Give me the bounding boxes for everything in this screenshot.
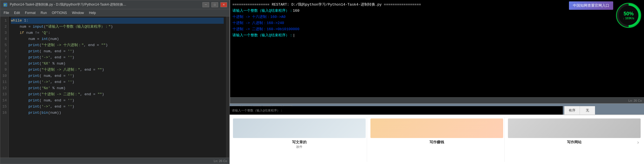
window-controls: ─ □ ✕ — [202, 2, 227, 7]
code-line-2: num = input("请输入一个整数（输入Q结束程序）：") — [11, 24, 224, 30]
editor-window: P Python14-Task4-进制转换.py - D:/我的python学习… — [0, 0, 230, 164]
ad-card-2[interactable]: 写作赚钱 — [369, 117, 505, 162]
ad-card-3-image — [508, 118, 641, 138]
menu-edit[interactable]: Edit — [12, 10, 22, 15]
editor-status-text: Ln: 26 Co — [214, 159, 227, 163]
browser-overlay: 请输入一个整数（输入Q结束程序）： 有序 无 写文章的 故件 写作赚钱 写作网站… — [230, 115, 644, 164]
code-line-9: print("十进制 -> 八进制：", end = "") — [11, 67, 224, 73]
minimize-button[interactable]: ─ — [202, 2, 209, 7]
code-line-8: print('%X' % num) — [11, 61, 224, 67]
menu-file[interactable]: File — [1, 10, 11, 15]
editor-titlebar: P Python14-Task4-进制转换.py - D:/我的python学习… — [0, 0, 229, 9]
ad-card-1-title: 写文章的 — [292, 140, 307, 145]
ad-banner[interactable]: 中国知网查重官网入口 — [569, 1, 613, 10]
menu-options[interactable]: OPTIONS — [50, 10, 69, 15]
editor-statusbar: Ln: 26 Co — [0, 158, 229, 164]
ad-card-1-image — [233, 118, 366, 138]
code-line-12: print('%o' % num) — [11, 85, 224, 91]
maximize-button[interactable]: □ — [211, 2, 218, 7]
code-line-11: print('->', end = '') — [11, 79, 224, 85]
code-line-10: print( num, end = '') — [11, 73, 224, 79]
code-line-3: if num != 'Q': — [11, 30, 224, 36]
terminal-line-4: 十进制 -> 二进制：160->0b10100000 — [232, 26, 642, 32]
browser-content: 写文章的 故件 写作赚钱 写作网站 › — [230, 115, 644, 164]
editor-body: 1 2 3 4 5 6 7 8 9 10 11 12 13 14 15 16 w… — [0, 16, 229, 158]
code-line-7: print('->', end = '') — [11, 54, 224, 61]
ad-card-3-title: 写作网站 — [567, 140, 582, 145]
menu-run[interactable]: Run — [38, 10, 49, 15]
speed-indicator: 50% ↓ 103K/s — [616, 3, 641, 28]
editor-menubar: File Edit Format Run OPTIONS Window Help — [0, 9, 229, 16]
terminal-statusbar: Ln: 26 Co — [230, 97, 644, 103]
speed-percent: 50% — [624, 11, 634, 17]
ad-card-1-subtitle: 故件 — [296, 145, 302, 149]
terminal-output[interactable]: ================= RESTART: D:/我的python学习… — [230, 0, 644, 97]
close-button[interactable]: ✕ — [220, 2, 227, 7]
code-line-15: print('->', end = '') — [11, 104, 224, 110]
terminal-panel: ================= RESTART: D:/我的python学习… — [230, 0, 644, 103]
code-line-16: print(bin(num)) — [11, 110, 224, 116]
menu-window[interactable]: Window — [70, 10, 86, 15]
terminal-line-3: 十进制 -> 八进制：160->240 — [232, 20, 642, 26]
right-panel-wrapper: ================= RESTART: D:/我的python学习… — [230, 0, 644, 164]
ad-card-1[interactable]: 写文章的 故件 — [232, 117, 367, 162]
chevron-right-icon: › — [636, 140, 640, 145]
code-line-6: print( num, end = '') — [11, 48, 224, 54]
code-line-5: print("十进制 -> 十六进制：", end = "") — [11, 42, 224, 48]
code-line-1: while 1: — [11, 18, 224, 24]
code-line-4: num = int(num) — [11, 36, 224, 42]
svg-text:P: P — [4, 4, 6, 6]
editor-scrollbar[interactable] — [226, 16, 229, 158]
terminal-line-2: 十进制 -> 十六进制：160->A0 — [232, 14, 642, 20]
line-numbers: 1 2 3 4 5 6 7 8 9 10 11 12 13 14 15 16 — [0, 16, 9, 158]
ad-card-2-image — [370, 118, 503, 138]
editor-title: Python14-Task4-进制转换.py - D:/我的python学习/P… — [10, 2, 202, 7]
ad-card-2-title: 写作赚钱 — [430, 140, 444, 145]
speed-display: 50% ↓ 103K/s — [619, 6, 638, 25]
code-line-14: print( num, end = '') — [11, 98, 224, 104]
terminal-status-text: Ln: 26 Co — [628, 99, 642, 102]
speed-rate: ↓ 103K/s — [623, 17, 634, 20]
menu-help[interactable]: Help — [87, 10, 98, 15]
ad-card-3[interactable]: 写作网站 › — [507, 117, 642, 162]
terminal-line-5: 请输入一个整数（输入Q结束程序）：| — [232, 32, 642, 39]
python-icon: P — [3, 2, 8, 8]
code-area[interactable]: while 1: num = input("请输入一个整数（输入Q结束程序）："… — [9, 16, 226, 158]
code-line-13: print("十进制 -> 二进制：", end = "") — [11, 91, 224, 98]
menu-format[interactable]: Format — [23, 10, 38, 15]
